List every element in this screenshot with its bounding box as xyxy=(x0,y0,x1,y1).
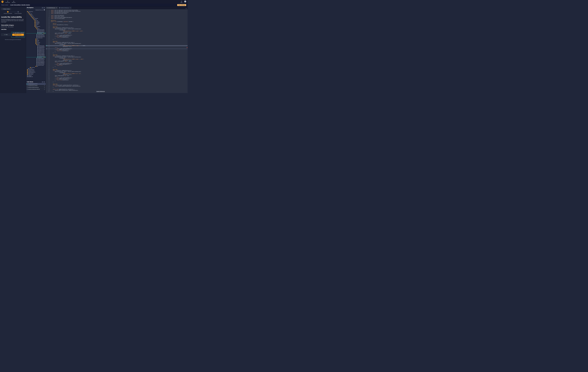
tree-file-emailconfirmserv[interactable]: EmailConfirmServ… xyxy=(26,49,46,50)
code-block-checkbox[interactable]: ✓ xyxy=(46,45,47,46)
tree-file-logservice-java[interactable]: LogService.java xyxy=(26,52,46,53)
tree-file-authattemptdao-j[interactable]: AuthAttemptDao.j… xyxy=(26,34,46,35)
tree-folder-model[interactable]: model xyxy=(26,40,46,41)
tree-folder-jms[interactable]: jms xyxy=(26,25,46,26)
next-block-button[interactable] xyxy=(43,81,45,83)
file-icon xyxy=(59,7,60,8)
tree-folder-monitoring-service[interactable]: monitoring-service xyxy=(26,71,46,73)
tree-folder-handler[interactable]: handler xyxy=(26,24,46,25)
tree-folder-player-service[interactable]: player-service xyxy=(26,73,46,74)
tree-file-resetcodedao-java[interactable]: ResetCodeDao.java xyxy=(26,36,46,37)
skip-challenge-button[interactable]: Skip challenge xyxy=(177,4,186,6)
tree-folder-team-service[interactable]: team-service xyxy=(26,74,46,75)
step-2-indicator[interactable]: 2 xyxy=(18,11,19,12)
cookie-preferences-link[interactable]: Cookie Preferences xyxy=(96,91,105,92)
tree-file-emailconfirmcode[interactable]: EmailConfirmCode… xyxy=(26,35,46,36)
code-block-checkbox[interactable] xyxy=(27,87,28,88)
tree-folder-impl[interactable]: impl xyxy=(26,44,46,45)
tree-folder-exception[interactable]: exception xyxy=(26,22,46,24)
close-icon[interactable]: × xyxy=(56,7,57,8)
submit-answer-button[interactable]: Submit answer → xyxy=(12,34,24,36)
code-line[interactable]: 40 return query.getSingleResult(); xyxy=(46,48,188,49)
tree-file-authattemptdao[interactable]: AuthAttemptDao… xyxy=(26,29,46,31)
tree-file-authattemptservi[interactable]: AuthAttemptServi… xyxy=(26,45,46,46)
tree-file-resetpasswordservi[interactable]: ResetPasswordServi… xyxy=(26,64,46,65)
tree-item-label: .gitignore xyxy=(28,75,32,76)
tree-file-gitignore[interactable]: .gitignore xyxy=(26,75,46,76)
tree-file-authattemptservic[interactable]: AuthAttemptServic… xyxy=(26,58,46,59)
tree-file-emailservice-java[interactable]: EmailService.java xyxy=(26,60,46,61)
tree-folder-resources[interactable]: resources xyxy=(26,67,46,68)
tree-folder-util[interactable]: util xyxy=(26,66,46,67)
tree-file-passwordvalidato[interactable]: PasswordValidato… xyxy=(26,54,46,55)
tree-folder-impl[interactable]: impl xyxy=(26,28,46,29)
tree-folder-converter[interactable]: converter xyxy=(26,21,46,22)
tree-file-credentialvalida[interactable]: CredentialValida… xyxy=(26,46,46,48)
tree-file-userservice-java[interactable]: UserService.java xyxy=(26,64,46,66)
learn-more-link[interactable]: Learn More xyxy=(1,29,6,30)
code-block-checkbox[interactable] xyxy=(27,89,28,90)
hints-button[interactable]: Hints xyxy=(1,33,10,36)
tree-folder-auth-service[interactable]: auth-service xyxy=(26,11,46,12)
breadcrumb-mission-control[interactable]: Mission Control xyxy=(1,4,8,6)
tree-folder-csw[interactable]: csw xyxy=(26,17,46,18)
tree-folder-gateway-service[interactable]: gateway-service xyxy=(26,70,46,72)
code-block-checkbox[interactable] xyxy=(27,85,28,86)
tab-userserviceimpl[interactable]: UserServiceImpl.java × xyxy=(58,7,72,9)
tree-folder-main[interactable]: main xyxy=(26,13,46,14)
prev-block-button[interactable] xyxy=(42,81,43,83)
tree-folder-com[interactable]: com xyxy=(26,16,46,17)
tree-file-emailconfirmservic[interactable]: EmailConfirmServic… xyxy=(26,59,46,60)
tree-file-pom-xml[interactable]: pom.xml xyxy=(26,68,46,69)
tree-folder-service[interactable]: service xyxy=(26,43,46,44)
tree-file-emailserviceimpl[interactable]: EmailServiceImpl… xyxy=(26,50,46,51)
prev-highlight-button[interactable] xyxy=(42,7,43,9)
code-block-checkbox[interactable] xyxy=(46,48,47,49)
code-block-item[interactable]: UserServiceImpl.java:106-106 xyxy=(26,88,46,90)
tree-folder-persistence[interactable]: persistence xyxy=(26,26,46,27)
tree-file-cryptoservice-ja[interactable]: CryptoService.ja… xyxy=(26,48,46,49)
code-block-checkbox[interactable]: ✓ xyxy=(27,84,28,85)
collapse-sidebar-button[interactable]: ‹ Collapse sidebar xyxy=(1,8,11,10)
step-1-indicator[interactable]: 1 xyxy=(7,11,9,12)
tab-userdaoimpl[interactable]: UserDaoImpl.java × xyxy=(46,7,58,9)
line-number: 60 xyxy=(47,69,50,70)
code-block-item[interactable]: ✓UserDaoImpl.java:37-37 xyxy=(26,83,46,85)
shortcuts-hint[interactable]: Click here or press ? to see all shortcu… xyxy=(1,39,25,40)
tree-file-emailconfirmco[interactable]: EmailConfirmCo… xyxy=(26,31,46,32)
nav-resources[interactable]: Resources xyxy=(12,1,16,3)
line-number: 80 xyxy=(47,90,50,91)
tree-folder-resource[interactable]: resource xyxy=(26,42,46,43)
tree-file-userservice[interactable]: UserService…2 xyxy=(26,57,46,58)
tree-file-userdaoim[interactable]: UserDaoIm…2 xyxy=(26,33,46,34)
tree-folder-config[interactable]: config xyxy=(26,20,46,21)
tree-folder-src[interactable]: src xyxy=(26,12,46,13)
tree-file-readme-md[interactable]: README.md xyxy=(26,76,46,77)
tree-file-passwordvalidators[interactable]: PasswordValidatorS… xyxy=(26,62,46,64)
tree-folder-proto[interactable]: proto xyxy=(26,41,46,42)
tree-file-userdao-java[interactable]: UserDao.java xyxy=(26,37,46,39)
highlighted-files-toggle[interactable] xyxy=(43,10,45,10)
tree-file-jmsservice-java[interactable]: JmsService.java xyxy=(26,51,46,52)
tree-folder-auth[interactable]: auth xyxy=(26,19,46,20)
next-highlight-button[interactable] xyxy=(43,7,45,9)
close-icon[interactable]: × xyxy=(70,7,71,8)
code-block-item[interactable]: UserServiceImpl.java:61-61 xyxy=(26,87,46,88)
help-menu[interactable]: ? Help ▾ xyxy=(180,1,183,3)
tree-folder-cybersport[interactable]: cybersport xyxy=(26,18,46,19)
code-line: 26 try { xyxy=(46,34,188,35)
code-text: try { xyxy=(50,34,57,35)
tree-folder-dto[interactable]: dto xyxy=(26,39,46,40)
code-line: 81 } xyxy=(46,91,188,92)
brand-logo[interactable] xyxy=(1,0,3,3)
tree-folder-java[interactable]: java xyxy=(26,14,46,16)
tree-folder-commonlibrary[interactable]: CommonLibrary xyxy=(26,69,46,70)
tree-file-passwordhashservic[interactable]: PasswordHashServic… xyxy=(26,61,46,62)
avatar[interactable] xyxy=(184,0,186,3)
tree-folder-dao[interactable]: dao xyxy=(26,27,46,28)
nav-tournaments[interactable]: Tournaments xyxy=(5,1,10,3)
code-line[interactable]: ✓37 "FROM UserEntity U WHERE U.login = '… xyxy=(46,45,188,46)
line-number: 69 xyxy=(47,78,50,80)
tree-file-passwordhashserv[interactable]: PasswordHashServ… xyxy=(26,53,46,54)
code-block-item[interactable]: UserDaoImpl.java:40-40 xyxy=(26,85,46,87)
